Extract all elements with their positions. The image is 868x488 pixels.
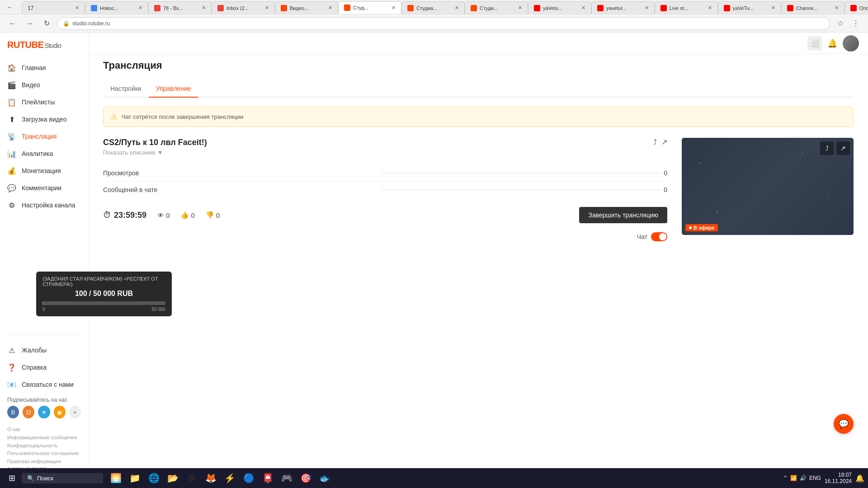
taskbar-time-display[interactable]: 18:07 16.11.2024: [825, 472, 852, 484]
sidebar-item-complaints[interactable]: ⚠ Жалобы: [0, 342, 88, 359]
tab-studio-active[interactable]: Студ...✕: [338, 1, 401, 14]
logo: RUTUBE·Studio: [0, 40, 88, 59]
tab-settings[interactable]: Настройки: [103, 80, 149, 98]
taskbar-app-7[interactable]: ⚡: [221, 469, 239, 487]
sidebar-item-video[interactable]: 🎬 Видео: [0, 76, 88, 94]
tab-news[interactable]: Новос...✕: [85, 1, 148, 14]
footer-legal[interactable]: Правовая информация: [7, 458, 81, 466]
bell-icon[interactable]: 🔔: [827, 38, 837, 48]
vk-icon[interactable]: В: [7, 406, 19, 418]
taskbar-app-1[interactable]: 🌅: [107, 469, 125, 487]
video-preview-inner: Смотри трансляцию В эфире ⤴ ↗: [682, 138, 854, 235]
donation-popup: (ЗАДОНИЛ СТАЛ КРАСАВЧИКОМ) +РЕСПЕКТ ОТ С…: [89, 272, 172, 316]
tab-inbox[interactable]: Inbox (2...✕: [212, 1, 275, 14]
tab-yavetu2[interactable]: yaVeTu...✕: [718, 1, 781, 14]
lang-label[interactable]: ENG: [809, 475, 821, 481]
footer-privacy[interactable]: Конфиденциальность: [7, 442, 81, 450]
forward-button[interactable]: →: [23, 17, 36, 30]
sidebar-item-comments[interactable]: 💬 Комментарии: [0, 179, 88, 197]
tab-channel[interactable]: Channe...✕: [781, 1, 844, 14]
notifications-icon[interactable]: 🔔: [855, 474, 864, 483]
bookmark-button[interactable]: ☆: [834, 17, 847, 30]
avatar[interactable]: [843, 35, 859, 52]
tabs-container: 17✕ Новос...✕ 78 - Вх...✕ Inbox (2...✕ В…: [20, 0, 868, 14]
chat-toggle[interactable]: [651, 232, 667, 241]
tab-video[interactable]: Видео...✕: [275, 1, 338, 14]
telegram-icon[interactable]: ✈: [38, 406, 50, 418]
stat-dots-chat: [381, 189, 659, 190]
donation-amount: 100 / 50 000 RUB: [89, 290, 165, 298]
chevron-up-icon[interactable]: ⌃: [783, 475, 788, 481]
taskbar-app-3[interactable]: 🌐: [145, 469, 163, 487]
taskbar-app-12[interactable]: 🐟: [316, 469, 334, 487]
stat-dots-views: [381, 173, 659, 174]
video-share-button[interactable]: ⤴: [820, 141, 834, 155]
footer-info[interactable]: Информационные сообщения: [7, 434, 81, 442]
video-action-buttons: ⤴ ↗: [820, 141, 850, 155]
tab-studi[interactable]: Студи...✕: [465, 1, 528, 14]
taskbar-app-5[interactable]: ⚙: [183, 469, 201, 487]
back-button[interactable]: ←: [5, 17, 19, 30]
dislike-count: 0: [216, 211, 220, 219]
back-btn[interactable]: ←: [4, 1, 16, 14]
browser-toolbar: ← → ↻ 🔒 studio.rutube.ru ☆ ⋮: [0, 14, 868, 33]
taskbar-app-6[interactable]: 🦊: [202, 469, 220, 487]
sidebar-item-monetize[interactable]: 💰 Монетизация: [0, 162, 88, 179]
external-link-button[interactable]: ↗: [661, 138, 667, 146]
taskbar-app-10[interactable]: 🎮: [278, 469, 296, 487]
view-count: 0: [166, 211, 170, 219]
fab-button[interactable]: 💬: [834, 414, 854, 434]
stat-label-chat: Сообщений в чате: [103, 186, 381, 193]
metric-views: 👁 0: [157, 211, 170, 219]
taskbar-app-9[interactable]: 📮: [259, 469, 277, 487]
metric-dislikes: 👎 0: [206, 211, 220, 219]
footer-about[interactable]: О нас: [7, 426, 81, 434]
sidebar-item-help[interactable]: ❓ Справка: [0, 359, 88, 376]
ok-icon[interactable]: О: [23, 406, 34, 418]
tab-live[interactable]: Live st...✕: [655, 1, 718, 14]
tab-17[interactable]: 17✕: [22, 1, 85, 14]
address-bar[interactable]: 🔒 studio.rutube.ru: [57, 17, 830, 30]
tab-yavetu1[interactable]: yaVetu...✕: [528, 1, 591, 14]
tab-78[interactable]: 78 - Вх...✕: [148, 1, 212, 14]
video-external-button[interactable]: ↗: [836, 141, 850, 155]
reload-button[interactable]: ↻: [40, 17, 53, 30]
rss-icon[interactable]: ◉: [54, 406, 66, 418]
tab-manage[interactable]: Управление: [149, 80, 198, 98]
tab-opovestka[interactable]: Оповес...✕: [844, 1, 868, 14]
start-button[interactable]: ⊞: [4, 470, 20, 486]
dislike-icon: 👎: [206, 211, 214, 219]
chat-row: Чат: [103, 232, 667, 241]
sidebar-item-upload[interactable]: ⬆ Загрузка видео: [0, 111, 88, 128]
stream-desc-toggle[interactable]: Показать описание ▼: [103, 149, 207, 156]
stats-section: Просмотров 0 Сообщений в чате 0: [103, 165, 667, 198]
add-social-icon[interactable]: +: [69, 406, 81, 418]
tab-yavetur[interactable]: yavetur...✕: [591, 1, 655, 14]
footer-user-agreement[interactable]: Пользовательское соглашение: [7, 450, 81, 458]
logo-text: RUTUBE·Studio: [7, 40, 61, 50]
stream-header-actions: ⤴ ↗: [653, 138, 667, 146]
sidebar-item-playlists[interactable]: 📋 Плейлисты: [0, 94, 88, 111]
studio-icon[interactable]: ⬜: [807, 36, 822, 51]
taskbar-app-4[interactable]: 📂: [164, 469, 182, 487]
taskbar-app-11[interactable]: 🎯: [297, 469, 315, 487]
sidebar-item-settings-channel[interactable]: ⚙ Настройка канала: [0, 197, 88, 214]
browser-tabs-bar: ← 17✕ Новос...✕ 78 - Вх...✕ Inbox (2...✕…: [0, 0, 868, 14]
taskbar-app-2[interactable]: 📁: [126, 469, 144, 487]
sidebar-item-stream[interactable]: 📡 Трансляция: [0, 128, 88, 145]
sidebar-item-home[interactable]: 🏠 Главная: [0, 59, 88, 76]
more-button[interactable]: ⋮: [849, 17, 863, 30]
end-stream-button[interactable]: Завершить трансляцию: [579, 207, 667, 223]
warning-text: Чат сотрётся после завершения трансляции: [122, 113, 243, 120]
taskbar-search[interactable]: 🔍 Поиск: [22, 473, 103, 483]
metric-likes: 👍 0: [180, 211, 194, 219]
chevron-down-icon: ▼: [157, 149, 163, 156]
taskbar-app-8[interactable]: 🔵: [240, 469, 258, 487]
sidebar-item-contact[interactable]: 📧 Связаться с нами: [0, 376, 88, 393]
complaints-icon: ⚠: [7, 346, 16, 355]
share-button[interactable]: ⤴: [653, 138, 657, 146]
tab-studia[interactable]: Студиа...✕: [401, 1, 465, 14]
network-icon[interactable]: 📶: [790, 475, 797, 481]
sidebar-item-analytics[interactable]: 📊 Аналитика: [0, 145, 88, 162]
sound-icon[interactable]: 🔊: [800, 475, 807, 481]
